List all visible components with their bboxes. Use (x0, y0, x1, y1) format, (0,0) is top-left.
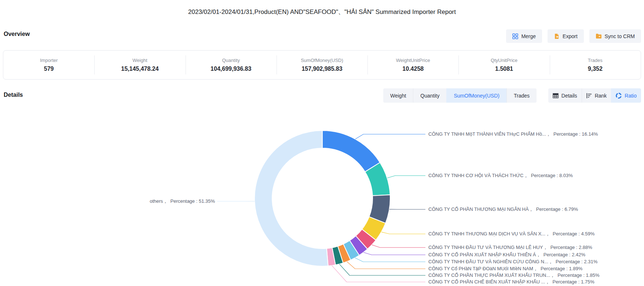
tab-ratio[interactable]: Ratio (611, 88, 641, 103)
metric-tabs: WeightQuantitySumOfMoney(USD)Trades (383, 88, 537, 103)
chart-label-8: CÔNG TY CỔ PHẦN THỰC PHẨM XUẤT KHẨU TRUN… (428, 272, 599, 278)
stat-weight: Weight15,145,478.24 (94, 51, 185, 79)
stat-label: Weight (132, 58, 147, 63)
page-title: 2023/02/01-2024/01/31,Product(EN) AND"SE… (0, 8, 644, 16)
sync-crm-icon (596, 33, 602, 39)
button-label: Sync to CRM (605, 33, 635, 39)
chart-label-1: CÔNG TY TNHH CƠ HỘI VÀ THÁCH THỨC， Perce… (428, 172, 573, 179)
chart-label-6: CÔNG TY TNHH ĐẦU TƯ VÀ NGHIÊN CỨU CÔNG N… (428, 258, 597, 265)
chart-label-line (387, 176, 426, 178)
importer-report-page: 2023/02/01-2024/01/31,Product(EN) AND"SE… (0, 0, 644, 286)
chart-label-line (381, 232, 425, 234)
ratio-donut-chart: CÔNG TY TNHH MộT THÀNH VIÊN THựC PHẨM Hồ… (0, 106, 644, 286)
tab-label: Weight (390, 93, 406, 99)
tab-trades[interactable]: Trades (506, 88, 537, 103)
details-heading: Details (4, 92, 23, 98)
tab-label: SumOfMoney(USD) (454, 93, 499, 99)
view-tabs: DetailsRankRatio (548, 88, 641, 103)
button-label: Merge (521, 33, 536, 39)
stat-quantity: Quantity104,699,936.83 (186, 51, 277, 79)
merge-button[interactable]: Merge (506, 29, 542, 43)
stat-value: 15,145,478.24 (121, 66, 158, 72)
stat-value: 579 (44, 66, 54, 72)
stat-label: SumOfMoney(USD) (301, 58, 343, 63)
stat-value: 157,902,985.83 (301, 66, 342, 72)
overview-heading: Overview (4, 31, 30, 37)
tab-label: Ratio (625, 93, 637, 99)
chart-label-5: CÔNG TY CỔ PHẦN XUẤT NHẬP KHẨU THIÊN Á， … (428, 252, 585, 258)
tab-label: Trades (514, 93, 530, 99)
tab-rank[interactable]: Rank (582, 88, 611, 103)
chart-label-others: others， Percentage : 51.35% (150, 198, 215, 204)
chart-label-line (347, 262, 425, 269)
stat-importer: Importer579 (3, 51, 94, 79)
tab-quantity[interactable]: Quantity (413, 88, 446, 103)
tab-label: Rank (595, 93, 607, 99)
chart-label-0: CÔNG TY TNHH MộT THÀNH VIÊN THựC PHẨM Hồ… (428, 131, 598, 137)
stat-label: Trades (588, 58, 603, 63)
export-button[interactable]: Export (548, 29, 583, 43)
chart-label-line (355, 134, 425, 139)
chart-label-line (339, 264, 425, 275)
stat-value: 10.4258 (402, 66, 424, 72)
donut-icon (616, 93, 622, 99)
stat-label: QtyUnitPrice (491, 58, 517, 63)
stat-label: WeightUnitPrice (396, 58, 430, 63)
merge-icon (512, 33, 518, 39)
tab-weight[interactable]: Weight (383, 88, 413, 103)
chart-label-line (372, 245, 425, 247)
stat-value: 104,699,936.83 (211, 66, 251, 72)
stat-trades: Trades9,352 (550, 51, 641, 79)
stat-qtyunitprice: QtyUnitPrice1.5081 (458, 51, 549, 79)
tab-label: Quantity (420, 93, 439, 99)
chart-label-7: CÔNG TY Cổ PHầN TậP ĐOàN MUốI MIềN NAM， … (428, 265, 582, 272)
chart-label-line (332, 265, 425, 282)
stat-label: Quantity (222, 58, 239, 63)
table-icon (553, 93, 559, 98)
rank-icon (586, 93, 592, 98)
chart-label-4: CÔNG TY TNHH ĐẦU TƯ VÀ THƯƠNG MẠI LÊ HUY… (428, 244, 592, 250)
chart-label-2: CÔNG TY CỔ PHẦN THƯƠNG MẠI NGÂN HÀ， Perc… (428, 206, 578, 212)
tab-label: Details (561, 93, 577, 99)
export-icon (554, 33, 560, 39)
sync-to-crm-button[interactable]: Sync to CRM (589, 29, 641, 43)
button-label: Export (563, 33, 577, 39)
tab-sumofmoney-usd[interactable]: SumOfMoney(USD) (446, 88, 506, 103)
stat-weightunitprice: WeightUnitPrice10.4258 (367, 51, 458, 79)
pie-slice-others[interactable] (255, 131, 328, 266)
overview-stats-card: Importer579Weight15,145,478.24Quantity10… (3, 50, 641, 80)
tab-details[interactable]: Details (548, 88, 582, 103)
chart-label-line (355, 258, 425, 262)
stat-value: 1.5081 (495, 66, 513, 72)
chart-label-line (363, 252, 425, 255)
stat-sumofmoney-usd: SumOfMoney(USD)157,902,985.83 (277, 51, 367, 79)
stat-value: 9,352 (588, 66, 603, 72)
stat-label: Importer (40, 58, 58, 63)
toolbar: MergeExportSync to CRM (506, 29, 641, 43)
chart-label-3: CÔNG TY TNHH THƯƠNG MẠI DỊCH VỤ VÀ SẢN X… (428, 231, 594, 237)
pie-slice-0[interactable] (322, 131, 380, 172)
chart-label-9: CÔNG TY CỔ PHẦN CHẾ BIẾN XUẤT NHẬP KHẨU … (428, 279, 594, 285)
